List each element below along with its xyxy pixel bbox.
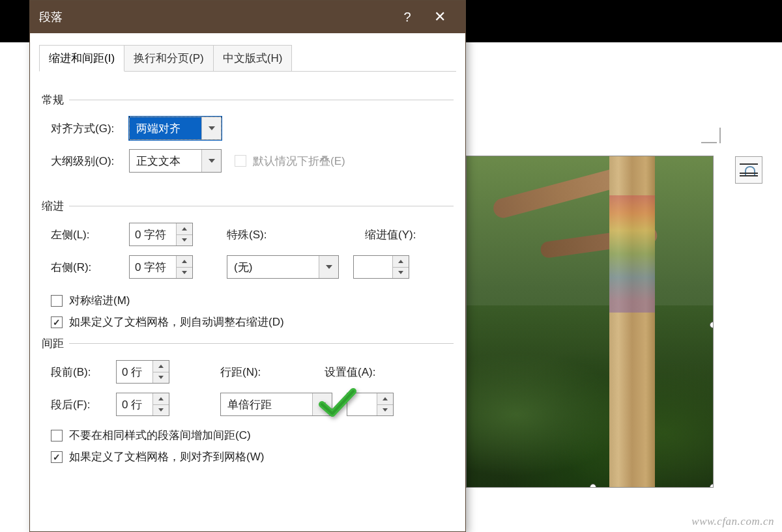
chevron-down-icon	[326, 265, 332, 269]
line-spacing-label: 行距(N):	[220, 365, 325, 380]
outline-level-combo[interactable]: 正文文本	[129, 149, 222, 173]
special-indent-label: 特殊(S):	[227, 227, 344, 242]
image-content	[467, 156, 713, 487]
alignment-combo[interactable]: 两端对齐	[129, 117, 222, 140]
tab-indent-spacing[interactable]: 缩进和间距(I)	[39, 45, 124, 72]
spacing-at-label: 设置值(A):	[325, 365, 375, 380]
spinner-down-button[interactable]	[393, 268, 409, 279]
arrow-up-icon	[158, 397, 164, 400]
spinner-up-button[interactable]	[153, 361, 169, 372]
layout-options-icon	[740, 163, 758, 176]
arrow-down-icon	[182, 271, 187, 274]
chevron-down-icon	[209, 159, 215, 163]
watermark-text: www.cfan.com.cn	[691, 515, 774, 528]
alignment-dropdown-button[interactable]	[201, 117, 221, 139]
help-button[interactable]: ?	[391, 10, 424, 25]
arrow-down-icon	[158, 408, 164, 412]
spacing-at-spinner[interactable]	[347, 393, 394, 416]
group-spacing-label: 间距	[42, 336, 64, 351]
group-general: 常规	[42, 92, 454, 107]
tab-asian-typography[interactable]: 中文版式(H)	[214, 45, 293, 72]
indent-by-spinner[interactable]	[353, 255, 409, 279]
space-before-value[interactable]: 0 行	[117, 361, 153, 383]
indent-right-label: 右侧(R):	[51, 260, 129, 275]
group-indent: 缩进	[42, 199, 454, 214]
indent-right-spinner[interactable]: 0 字符	[129, 255, 193, 279]
arrow-down-icon	[398, 271, 403, 274]
outline-level-value: 正文文本	[130, 150, 201, 172]
spinner-down-button[interactable]	[177, 235, 192, 246]
inserted-image[interactable]	[466, 156, 714, 488]
group-indent-label: 缩进	[42, 199, 64, 214]
alignment-label: 对齐方式(G):	[51, 121, 129, 136]
arrow-up-icon	[182, 260, 187, 263]
outline-dropdown-button[interactable]	[201, 150, 221, 172]
spinner-up-button[interactable]	[153, 393, 169, 405]
outline-level-label: 大纲级别(O):	[51, 154, 129, 169]
no-space-same-style-checkbox[interactable]	[51, 430, 63, 441]
indent-left-spinner[interactable]: 0 字符	[129, 223, 193, 246]
arrow-down-icon	[182, 238, 187, 242]
arrow-up-icon	[158, 365, 164, 368]
collapse-label: 默认情况下折叠(E)	[253, 154, 345, 169]
special-indent-value: (无)	[227, 256, 319, 278]
dialog-body: 常规 对齐方式(G): 两端对齐 大纲级别(O): 正文文本 默认情况下折叠(E…	[30, 72, 465, 464]
space-before-spinner[interactable]: 0 行	[116, 360, 169, 384]
line-spacing-value: 单倍行距	[221, 393, 312, 415]
snap-to-grid-checkbox[interactable]	[51, 451, 63, 463]
resize-handle-corner[interactable]	[710, 484, 714, 488]
arrow-down-icon	[383, 408, 388, 412]
space-after-label: 段后(F):	[51, 397, 116, 412]
indent-by-value[interactable]	[354, 256, 393, 278]
spinner-down-button[interactable]	[377, 405, 393, 416]
indent-right-value[interactable]: 0 字符	[130, 256, 177, 278]
spacing-at-value[interactable]	[347, 393, 377, 415]
line-spacing-combo[interactable]: 单倍行距	[220, 393, 332, 416]
dialog-tabs: 缩进和间距(I) 换行和分页(P) 中文版式(H)	[30, 33, 465, 72]
group-general-label: 常规	[42, 92, 64, 107]
arrow-up-icon	[182, 227, 187, 231]
spinner-up-button[interactable]	[377, 393, 393, 405]
layout-options-button[interactable]	[735, 156, 762, 184]
mirror-indent-label: 对称缩进(M)	[69, 293, 130, 308]
page-crop-mark	[701, 124, 721, 143]
auto-adjust-indent-checkbox[interactable]	[51, 316, 63, 328]
mirror-indent-checkbox[interactable]	[51, 295, 63, 307]
line-spacing-dropdown-button[interactable]	[312, 393, 332, 415]
dialog-title: 段落	[39, 9, 391, 25]
auto-adjust-indent-label: 如果定义了文档网格，则自动调整右缩进(D)	[69, 315, 284, 329]
arrow-up-icon	[383, 397, 388, 400]
arrow-up-icon	[398, 260, 403, 263]
alignment-value: 两端对齐	[130, 117, 201, 139]
space-after-value[interactable]: 0 行	[117, 393, 153, 415]
group-spacing: 间距	[42, 336, 454, 351]
dialog-titlebar: 段落 ? ✕	[30, 1, 465, 33]
spinner-up-button[interactable]	[177, 223, 192, 235]
space-after-spinner[interactable]: 0 行	[116, 393, 169, 416]
resize-handle-right[interactable]	[710, 322, 714, 328]
arrow-down-icon	[158, 376, 164, 379]
spinner-up-button[interactable]	[393, 256, 409, 268]
collapse-checkbox[interactable]	[235, 155, 246, 167]
spinner-down-button[interactable]	[153, 372, 169, 384]
indent-left-label: 左侧(L):	[51, 227, 129, 242]
spinner-down-button[interactable]	[177, 268, 192, 279]
indent-left-value[interactable]: 0 字符	[130, 223, 177, 245]
chevron-down-icon	[319, 402, 326, 406]
special-dropdown-button[interactable]	[319, 256, 338, 278]
special-indent-combo[interactable]: (无)	[227, 255, 339, 279]
spinner-up-button[interactable]	[177, 256, 192, 268]
indent-by-label: 缩进值(Y):	[365, 227, 416, 242]
close-button[interactable]: ✕	[424, 8, 456, 25]
no-space-same-style-label: 不要在相同样式的段落间增加间距(C)	[69, 428, 251, 443]
spinner-down-button[interactable]	[153, 405, 169, 416]
resize-handle-bottom[interactable]	[590, 484, 596, 488]
space-before-label: 段前(B):	[51, 365, 116, 380]
paragraph-dialog: 段落 ? ✕ 缩进和间距(I) 换行和分页(P) 中文版式(H) 常规 对齐方式…	[29, 0, 466, 532]
tab-line-page-breaks[interactable]: 换行和分页(P)	[124, 45, 214, 72]
snap-to-grid-label: 如果定义了文档网格，则对齐到网格(W)	[69, 449, 264, 464]
chevron-down-icon	[209, 126, 215, 130]
